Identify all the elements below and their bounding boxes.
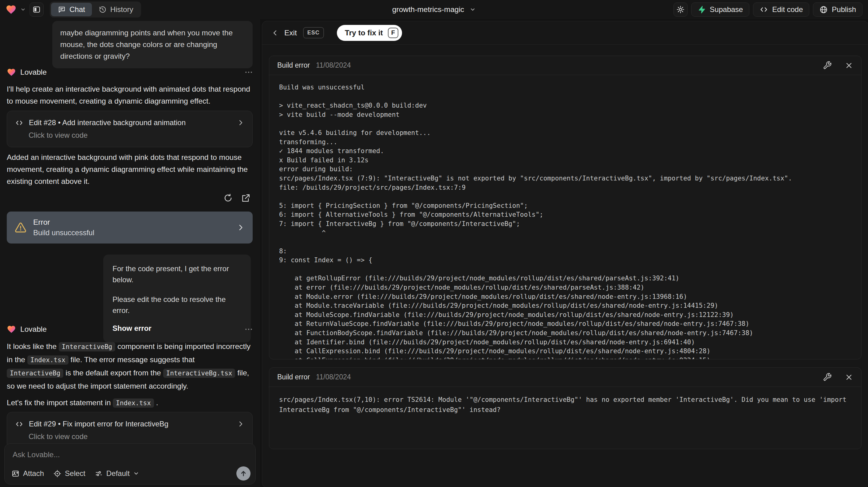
error-prompt-line2: Please edit the code to resolve the erro… [113,294,242,316]
chat-history-tabs: Chat History [50,2,141,18]
gear-icon [676,5,685,14]
error-card-title: Error [33,218,94,226]
code-icon [15,420,23,428]
tab-chat-label: Chat [69,5,85,14]
edit-card-28[interactable]: Edit #28 • Add interactive background an… [7,111,253,147]
edit-card-title: Edit #28 • Add interactive background an… [29,118,186,127]
sliders-icon [95,469,103,478]
error-card-subtitle: Build unsuccessful [33,229,94,237]
settings-button[interactable] [674,2,688,17]
inline-code: Index.tsx [27,356,68,365]
attach-image-icon [11,469,20,478]
tab-chat[interactable]: Chat [51,3,92,16]
model-dropdown[interactable]: Default [95,469,139,478]
chat-input-container: Attach Select Default [4,443,256,485]
f-key-badge: F [388,28,398,38]
code-icon [15,119,23,127]
fix-wrench-icon[interactable] [823,373,832,382]
try-to-fix-label: Try to fix it [345,29,383,37]
supabase-icon [698,5,706,13]
fix-errors-panel: Exit ESC Try to fix it F Build error 11/… [262,21,868,487]
warning-triangle-icon [15,222,26,233]
chevron-right-icon [237,420,244,428]
project-title: growth-metrics-magic [392,5,464,14]
try-to-fix-button[interactable]: Try to fix it F [337,25,402,41]
code-brackets-icon [760,5,768,14]
select-label: Select [65,469,86,478]
error-prompt-line1: For the code present, I get the error be… [113,263,242,285]
project-chevron-down-icon [470,6,476,12]
build-error-panel-1: Build error 11/08/2024 Build was unsucce… [269,56,862,359]
chat-panel: maybe diagramming points and when you mo… [0,19,260,487]
logo-chevron-down-icon[interactable] [20,7,26,12]
assistant-analysis-text: It looks like the InteractiveBg componen… [7,340,253,392]
message-actions [223,193,251,203]
project-switcher[interactable]: growth-metrics-magic [392,5,476,14]
panel-title: Build error [277,61,310,69]
exit-button[interactable]: Exit [284,29,297,37]
edit-card-subtitle: Click to view code [29,131,244,140]
fix-wrench-icon[interactable] [823,61,832,70]
inline-code: InteractiveBg [59,342,115,352]
build-error-card[interactable]: Error Build unsuccessful [7,212,253,243]
close-icon[interactable] [845,373,853,382]
chevron-right-icon [237,223,245,232]
assistant-header-1: Lovable [7,68,253,77]
assistant-result-text: Added an interactive background with pin… [7,151,253,187]
edit-code-button[interactable]: Edit code [753,2,809,17]
panel-title: Build error [277,373,310,381]
sidebar-toggle-button[interactable] [30,2,44,17]
assistant-header-2: Lovable [7,325,253,334]
lovable-logo-icon[interactable] [5,4,17,15]
panel-date: 11/08/2024 [316,61,351,69]
globe-icon [819,5,828,14]
build-error-panel-2: Build error 11/08/2024 src/pages/Index.t… [269,367,862,449]
edit-code-label: Edit code [772,5,803,14]
restore-icon[interactable] [223,193,233,203]
assistant-intro-text: I'll help create an interactive backgrou… [7,83,253,107]
chat-input-field[interactable] [5,444,255,466]
panel-left-icon [32,5,41,14]
chevron-down-icon [133,470,139,477]
send-button[interactable] [236,466,250,481]
esc-key-badge: ESC [303,27,324,38]
assistant-name: Lovable [20,325,47,334]
tab-history[interactable]: History [92,3,140,16]
history-clock-icon [99,5,107,13]
select-target-icon [53,469,61,478]
attach-button[interactable]: Attach [11,469,44,478]
supabase-label: Supabase [710,5,743,14]
select-button[interactable]: Select [53,469,86,478]
chevron-right-icon [237,119,244,126]
lovable-avatar-icon [7,68,16,77]
attach-label: Attach [23,469,44,478]
publish-button[interactable]: Publish [813,2,863,17]
supabase-button[interactable]: Supabase [691,2,749,17]
open-preview-icon[interactable] [241,193,251,203]
fix-panel-header: Exit ESC Try to fix it F [262,21,868,44]
inline-code: InteractiveBg [7,369,63,378]
edit-card-title: Edit #29 • Fix import error for Interact… [29,420,168,428]
top-bar: Chat History growth-metrics-magic Supaba… [0,0,868,19]
lovable-avatar-icon [7,325,16,334]
chat-bubble-icon [58,5,66,13]
user-message: maybe diagramming points and when you mo… [52,21,253,68]
edit-card-subtitle: Click to view code [29,432,244,441]
build-log-output: Build was unsuccessful > vite_react_shad… [269,75,861,359]
model-label: Default [106,469,130,478]
arrow-up-icon [240,469,247,478]
panel-date: 11/08/2024 [316,373,351,381]
more-menu-icon[interactable] [244,68,253,77]
more-menu-icon[interactable] [244,325,253,334]
tab-history-label: History [110,5,133,14]
inline-code: Index.tsx [113,398,154,408]
chevron-left-icon [271,29,279,37]
inline-code: InteractiveBg.tsx [163,369,236,378]
publish-label: Publish [832,5,856,14]
close-icon[interactable] [845,61,853,70]
assistant-fix-text: Let's fix the import statement in Index.… [7,397,253,409]
ts-error-output: src/pages/Index.tsx(7,10): error TS2614:… [269,387,861,449]
assistant-name: Lovable [20,68,47,77]
